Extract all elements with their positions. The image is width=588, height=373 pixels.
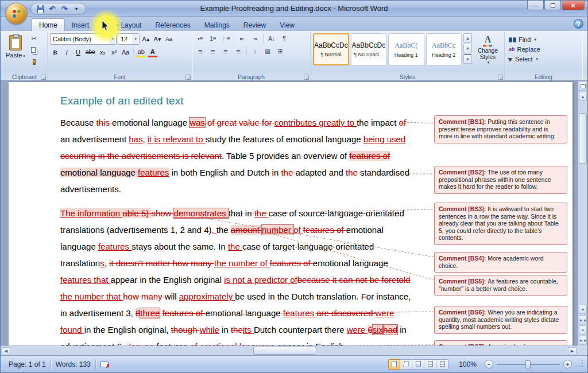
text-run[interactable]: s <box>100 258 105 268</box>
grow-font-button[interactable]: A▴ <box>141 34 151 45</box>
text-run[interactable]: emotional language <box>206 308 283 318</box>
tab-references[interactable]: References <box>148 19 197 31</box>
text-run[interactable]: stays about the same. In <box>131 242 228 251</box>
text-run[interactable]: the <box>216 225 231 235</box>
scroll-right-button[interactable]: ▶ <box>568 347 577 355</box>
text-run[interactable]: seven <box>131 341 154 345</box>
text-run[interactable]: it doesn't matter how many <box>109 258 214 268</box>
text-run[interactable]: occurring in the advertisements is relev… <box>60 151 222 161</box>
text-run[interactable]: is not a predictor of <box>224 275 297 285</box>
borders-button[interactable]: ⊞ <box>274 46 286 57</box>
text-run[interactable]: that in <box>229 208 254 218</box>
comment-balloon[interactable]: Comment [BS6]: When you are indicating a… <box>434 306 567 334</box>
zoom-slider[interactable] <box>497 360 560 369</box>
find-button[interactable]: Find ▾ <box>507 36 580 44</box>
text-run[interactable]: six <box>373 325 383 335</box>
font-name-dropdown-icon[interactable]: ▾ <box>110 34 115 44</box>
italic-button[interactable]: I <box>61 46 72 57</box>
tab-home[interactable]: Home <box>32 18 65 31</box>
line-spacing-button[interactable]: ↕ <box>249 46 261 57</box>
draft-view-button[interactable] <box>436 359 448 370</box>
title-bar[interactable]: Example Proofreading and Editing.docx - … <box>1 1 587 17</box>
sort-button[interactable]: A↓ <box>266 33 277 44</box>
styles-gallery-down-button[interactable]: ▼ <box>463 44 472 53</box>
text-run[interactable]: of emotional language <box>190 341 277 345</box>
paragraph-dialog-launcher[interactable]: ◿ <box>304 75 309 80</box>
zoom-level[interactable]: 100% <box>454 360 481 368</box>
text-run[interactable]: will <box>165 292 179 301</box>
text-run[interactable]: Because <box>60 118 96 127</box>
justify-button[interactable]: ≣ <box>233 46 244 57</box>
comment-balloon[interactable]: Comment [BS1]: Putting this sentence in … <box>434 115 567 143</box>
restore-button[interactable] <box>544 1 561 10</box>
tab-page-layout[interactable]: Page Layout <box>96 19 148 31</box>
text-run[interactable]: this <box>96 118 113 127</box>
browse-previous-button[interactable]: ▲▲ <box>579 315 587 324</box>
text-run[interactable]: Dutch counterpart there <box>254 325 347 335</box>
text-run[interactable]: were <box>347 325 368 335</box>
resize-grip[interactable] <box>577 360 584 368</box>
clear-formatting-button[interactable]: Aa <box>164 34 174 45</box>
zoom-in-button[interactable]: + <box>563 360 572 368</box>
text-run[interactable]: was <box>189 118 205 127</box>
tab-mailings[interactable]: Mailings <box>198 19 237 31</box>
format-painter-button[interactable] <box>28 56 40 67</box>
text-run[interactable]: has <box>129 134 142 144</box>
document-page[interactable]: Example of an edited text Because this e… <box>9 82 572 345</box>
scroll-up-button[interactable]: ▲ <box>579 92 587 101</box>
text-run[interactable]: of <box>399 118 407 127</box>
scroll-left-button[interactable]: ◀ <box>2 347 10 355</box>
bullets-button[interactable]: •≡ <box>195 33 206 44</box>
text-run[interactable]: , <box>105 258 109 268</box>
word-count[interactable]: Words: 133 <box>51 360 95 368</box>
text-run[interactable]: 6 <box>368 325 372 335</box>
text-run[interactable]: because it can not be foretold <box>297 275 411 285</box>
font-size-dropdown-icon[interactable]: ▾ <box>133 34 138 44</box>
text-run[interactable]: 8 <box>136 308 140 318</box>
tab-review[interactable]: Review <box>237 19 273 31</box>
paste-button[interactable]: Paste▾ <box>4 33 27 67</box>
text-run[interactable]: the number of <box>214 258 270 268</box>
text-run[interactable]: , <box>211 225 216 235</box>
text-run[interactable]: features of <box>349 151 390 161</box>
paragraph[interactable]: Because this emotional language was of g… <box>60 114 414 197</box>
text-run[interactable]: it is relevant to <box>148 134 206 144</box>
minimize-button[interactable]: — <box>527 1 544 10</box>
replace-button[interactable]: ab Replace <box>507 45 580 53</box>
text-run[interactable]: contributes greatly to <box>274 118 357 127</box>
font-color-button[interactable]: A <box>148 46 158 57</box>
text-run[interactable]: appear in the English original <box>111 275 225 285</box>
undo-button[interactable]: ↶ <box>47 4 57 14</box>
bold-button[interactable]: B <box>50 46 60 57</box>
font-name-combo[interactable]: Calibri (Body) ▾ <box>50 33 117 45</box>
tab-view[interactable]: View <box>273 19 301 31</box>
change-case-button[interactable]: Aa <box>121 46 131 57</box>
vertical-scroll-track[interactable] <box>578 102 587 304</box>
text-run[interactable]: had <box>383 325 397 335</box>
office-button[interactable] <box>6 3 27 24</box>
shrink-font-button[interactable]: A▾ <box>152 34 163 45</box>
help-button[interactable]: ? <box>574 19 583 29</box>
text-run[interactable]: The information <box>60 208 122 218</box>
comment-balloon[interactable]: Comment [BS2]: The use of too many prepo… <box>434 166 567 194</box>
select-browse-object-button[interactable]: ● <box>579 325 587 335</box>
text-run[interactable]: approximately <box>179 292 235 301</box>
document-heading[interactable]: Example of an edited text <box>60 95 414 107</box>
text-run[interactable]: the impact <box>357 118 399 127</box>
vertical-scroll-thumb[interactable] <box>579 113 587 164</box>
multilevel-list-button[interactable]: ⋮≡ <box>220 33 231 44</box>
align-left-button[interactable]: ≣ <box>195 46 206 57</box>
text-run[interactable]: the <box>254 208 269 218</box>
text-run[interactable]: while <box>200 325 219 335</box>
text-run[interactable]: the <box>231 325 243 335</box>
zoom-out-button[interactable]: − <box>485 360 493 368</box>
vertical-scrollbar[interactable]: ▲ ▼ ▲▲ ● ▼▼ <box>578 81 587 345</box>
tab-insert[interactable]: Insert <box>65 19 96 31</box>
comment-balloon[interactable]: Comment [BS5]: As features are countable… <box>434 275 567 296</box>
align-right-button[interactable]: ≣ <box>220 46 231 57</box>
superscript-button[interactable]: x² <box>109 46 119 57</box>
text-run[interactable]: features of <box>303 225 346 235</box>
text-run[interactable]: amount <box>231 225 262 235</box>
text-run[interactable]: the number that <box>60 292 123 301</box>
comment-balloon[interactable]: Comment [BS7]: A semi-colon is an <box>434 340 567 345</box>
